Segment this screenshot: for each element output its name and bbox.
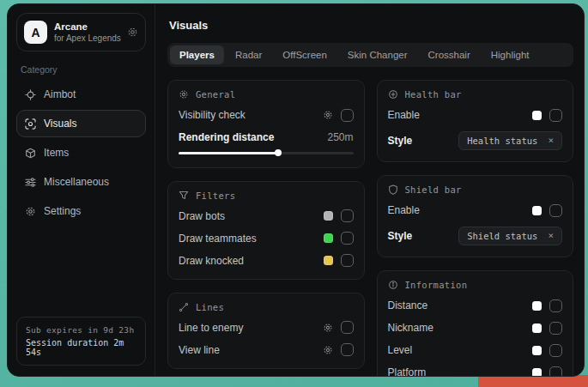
row-health-enable: Enable — [388, 104, 563, 126]
platform-checkbox[interactable] — [549, 366, 562, 377]
general-gear-icon — [179, 89, 189, 100]
line-to-enemy-checkbox[interactable] — [341, 321, 354, 334]
row-draw-knocked: Draw knocked — [179, 250, 354, 272]
color-swatch[interactable] — [324, 256, 333, 265]
draw-teammates-checkbox[interactable] — [341, 232, 354, 245]
section-title: Information — [405, 280, 468, 290]
slider-knob[interactable] — [275, 149, 282, 156]
sub-expires-text: Sub expires in 9d 23h — [26, 325, 136, 335]
sidebar-item-aimbot[interactable]: Aimbot — [16, 81, 146, 108]
color-swatch[interactable] — [532, 346, 542, 355]
tab-crosshair[interactable]: Crosshair — [419, 45, 480, 64]
section-health-bar: Health bar Enable Style Health status — [377, 80, 574, 162]
section-general: General Visibility check — [167, 80, 365, 168]
section-title: Shield bar — [405, 184, 462, 195]
row-platform: Platform — [388, 361, 563, 376]
row-nickname: Nickname — [388, 317, 563, 339]
clear-icon[interactable]: × — [548, 231, 554, 240]
section-shield-bar: Shield bar Enable Style Shield status — [377, 175, 574, 257]
rendering-distance-value: 250m — [327, 131, 353, 143]
shield-style-select[interactable]: Shield status × — [458, 227, 562, 245]
sidebar: A Arcane for Apex Legends Category Aimbo… — [8, 4, 155, 376]
select-value: Health status — [467, 136, 537, 146]
funnel-icon — [179, 190, 189, 201]
cube-icon — [25, 148, 36, 159]
distance-checkbox[interactable] — [549, 299, 562, 312]
draw-knocked-checkbox[interactable] — [341, 254, 354, 267]
row-draw-teammates: Draw teammates — [179, 227, 354, 250]
tab-players[interactable]: Players — [170, 45, 224, 64]
color-swatch[interactable] — [532, 324, 542, 333]
app-header-card: A Arcane for Apex Legends — [16, 13, 146, 51]
shield-icon — [388, 184, 398, 195]
config-gear-icon[interactable] — [323, 345, 333, 355]
rendering-distance-slider[interactable] — [179, 152, 354, 154]
app-logo: A — [24, 21, 47, 44]
section-filters: Filters Draw bots Draw teammates — [167, 181, 365, 280]
main-content: Visuals Players Radar OffScreen Skin Cha… — [155, 4, 584, 376]
color-swatch[interactable] — [532, 206, 542, 215]
sidebar-item-label: Aimbot — [44, 88, 76, 100]
row-visibility-check: Visibility check — [179, 104, 354, 126]
app-name: Arcane — [54, 21, 120, 32]
section-title: Health bar — [405, 89, 462, 100]
draw-bots-checkbox[interactable] — [341, 209, 354, 222]
view-line-checkbox[interactable] — [341, 343, 354, 356]
shield-enable-checkbox[interactable] — [549, 204, 562, 217]
row-distance: Distance — [388, 294, 563, 317]
row-shield-style: Style Shield status × — [388, 221, 563, 250]
session-duration-text: Session duration 2m 54s — [26, 338, 136, 357]
row-level: Level — [388, 339, 563, 361]
right-column: Health bar Enable Style Health status — [377, 80, 574, 376]
row-health-style: Style Health status × — [388, 126, 563, 154]
clear-icon[interactable]: × — [548, 136, 554, 145]
row-line-to-enemy: Line to enemy — [179, 317, 354, 339]
sidebar-item-items[interactable]: Items — [16, 139, 146, 166]
color-swatch[interactable] — [532, 111, 542, 120]
section-title: Filters — [196, 190, 235, 201]
app-settings-icon[interactable] — [127, 27, 138, 38]
app-window: A Arcane for Apex Legends Category Aimbo… — [7, 3, 585, 377]
tab-highlight[interactable]: Highlight — [482, 45, 539, 64]
subscription-info-card: Sub expires in 9d 23h Session duration 2… — [16, 317, 146, 366]
sidebar-item-visuals[interactable]: Visuals — [16, 110, 146, 137]
left-column: General Visibility check — [167, 80, 365, 376]
color-swatch[interactable] — [532, 368, 542, 377]
level-checkbox[interactable] — [549, 344, 562, 357]
row-view-line: View line — [179, 339, 354, 361]
scan-icon — [25, 118, 36, 130]
sidebar-item-label: Settings — [44, 205, 81, 217]
health-enable-checkbox[interactable] — [549, 109, 562, 122]
color-swatch[interactable] — [324, 211, 333, 221]
sidebar-item-label: Miscellaneous — [44, 176, 109, 188]
tab-offscreen[interactable]: OffScreen — [273, 45, 336, 64]
wallpaper-red-stripe — [478, 375, 588, 387]
app-subtitle: for Apex Legends — [54, 33, 120, 43]
category-label: Category — [21, 64, 142, 75]
tab-skin-changer[interactable]: Skin Changer — [338, 45, 417, 64]
section-lines: Lines Line to enemy — [167, 293, 365, 369]
nickname-checkbox[interactable] — [549, 322, 562, 335]
row-shield-enable: Enable — [388, 199, 563, 221]
section-title: General — [196, 89, 235, 100]
health-style-select[interactable]: Health status × — [458, 131, 562, 150]
config-gear-icon[interactable] — [323, 323, 333, 333]
select-value: Shield status — [467, 231, 537, 241]
row-rendering-distance: Rendering distance 250m — [179, 126, 354, 144]
info-icon — [388, 280, 398, 290]
crosshair-icon — [25, 89, 36, 100]
color-swatch[interactable] — [324, 233, 333, 243]
row-draw-bots: Draw bots — [179, 205, 354, 227]
gear-icon — [25, 206, 36, 217]
sidebar-item-miscellaneous[interactable]: Miscellaneous — [16, 168, 146, 196]
section-title: Lines — [196, 302, 224, 312]
sidebar-item-label: Visuals — [44, 118, 76, 130]
sidebar-item-settings[interactable]: Settings — [16, 197, 146, 225]
color-swatch[interactable] — [532, 301, 542, 311]
sidebar-item-label: Items — [44, 147, 69, 159]
tab-radar[interactable]: Radar — [226, 45, 271, 64]
page-title: Visuals — [169, 19, 573, 32]
visibility-check-checkbox[interactable] — [341, 109, 354, 122]
line-tool-icon — [179, 302, 189, 312]
config-gear-icon[interactable] — [323, 110, 333, 120]
